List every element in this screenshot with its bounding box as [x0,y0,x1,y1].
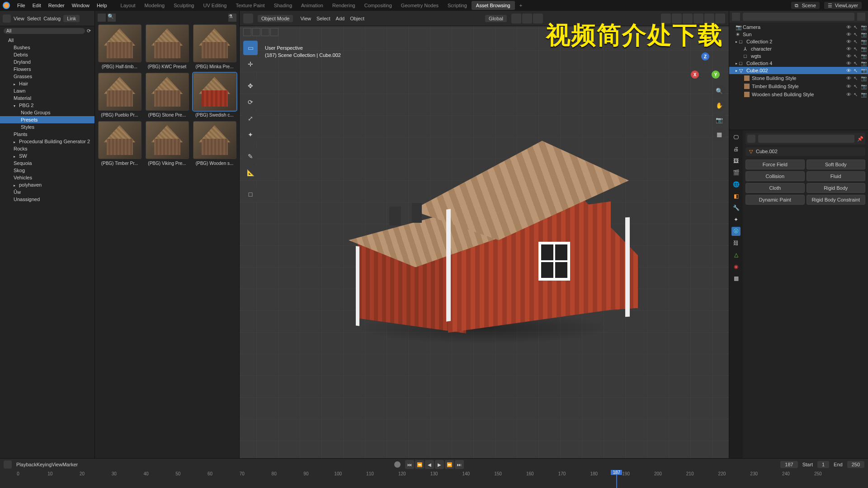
catalog-unassigned[interactable]: Unassigned [0,196,94,203]
timeline-menu-marker[interactable]: Marker [62,462,78,467]
display-mode-icon[interactable] [98,14,106,22]
eye-toggle-icon[interactable]: 👁 [846,61,852,66]
catalog-presets[interactable]: Presets [0,116,94,123]
add-cube-tool[interactable]: □ [243,187,258,202]
catalog-node-groups[interactable]: Node Groups [0,109,94,116]
cursor-toggle-icon[interactable]: ↖ [854,84,859,89]
outliner-character[interactable]: ⅄character👁↖📷 [729,45,868,52]
tab-output[interactable]: 🖨 [731,145,741,154]
eye-toggle-icon[interactable]: 👁 [846,46,852,52]
asset-catalog-menu[interactable]: Catalog [43,16,61,21]
catalog-hair[interactable]: Hair [0,80,94,87]
search-icon[interactable]: 🔍 [108,14,116,22]
play-reverse-button[interactable]: ◀ [425,460,434,469]
tab-world[interactable]: 🌐 [731,180,741,189]
outliner-cube-002[interactable]: ▸▽Cube.002👁↖📷 [729,67,868,74]
menu-edit[interactable]: Edit [29,1,45,9]
eye-toggle-icon[interactable]: 👁 [846,92,852,97]
jump-end-button[interactable]: ⏭ [455,460,464,469]
select-mode-edge[interactable] [252,28,260,36]
editor-type-icon[interactable] [3,14,11,23]
keyframe-prev-button[interactable]: ⏪ [415,460,424,469]
properties-editor-icon[interactable] [747,135,755,143]
catalog-material[interactable]: Material [0,94,94,102]
menu-help[interactable]: Help [93,1,111,9]
scene-selector[interactable]: ⧉ Scene [791,2,820,9]
asset-refresh-icon[interactable]: ⟳ [87,28,91,34]
cursor-toggle-icon[interactable]: ↖ [854,46,859,52]
physics-collision-button[interactable]: Collision [745,171,805,181]
catalog-polyhaven[interactable]: polyhaven [0,181,94,188]
render-toggle-icon[interactable]: 📷 [861,53,866,59]
chevron-icon[interactable]: ▸ [736,40,737,44]
tab-scene[interactable]: 🎬 [731,168,741,177]
cursor-toggle-icon[interactable]: ↖ [854,61,859,66]
workspace-layout[interactable]: Layout [116,1,140,10]
tab-constraints[interactable]: ⛓ [731,239,741,248]
asset--pbg-timber-pr-[interactable]: (PBG) Timber Pr... [98,121,142,166]
render-toggle-icon[interactable]: 📷 [861,75,866,81]
asset--pbg-stone-pre-[interactable]: (PBG) Stone Pre... [145,73,189,117]
tab-render[interactable]: 🖵 [731,133,741,142]
snap-icon[interactable] [511,14,521,23]
auto-keying-icon[interactable] [394,461,401,468]
catalog-lawn[interactable]: Lawn [0,87,94,94]
timeline-playhead[interactable]: 187 [616,470,617,488]
move-tool[interactable]: ✥ [243,79,258,93]
asset-select-menu[interactable]: Select [27,16,41,21]
render-toggle-icon[interactable]: 📷 [861,24,866,30]
select-mode-vertex[interactable] [243,28,251,36]
workspace-animation[interactable]: Animation [297,1,328,10]
asset-view-menu[interactable]: View [14,16,24,21]
select-mode-extra[interactable] [270,28,278,36]
workspace-shading[interactable]: Shading [269,1,297,10]
measure-tool[interactable]: 📐 [243,165,258,180]
orientation-dropdown[interactable]: Global [485,15,507,22]
cursor-toggle-icon[interactable]: ↖ [854,39,859,44]
3d-viewport[interactable]: Object Mode ViewSelectAddObject Global [240,11,729,458]
menu-file[interactable]: File [14,1,29,9]
outliner-search[interactable] [743,13,854,21]
catalog-rocks[interactable]: Rocks [0,145,94,152]
workspace-compositing[interactable]: Compositing [360,1,396,10]
properties-pin-icon[interactable]: 📌 [857,136,863,142]
eye-toggle-icon[interactable]: 👁 [846,39,852,44]
outliner-stone-building-style[interactable]: Stone Building Style👁↖📷 [729,74,868,82]
catalog-ûw[interactable]: Ûw [0,188,94,196]
cursor-toggle-icon[interactable]: ↖ [854,75,859,81]
physics-cloth-button[interactable]: Cloth [745,183,805,193]
outliner-editor-icon[interactable] [732,13,740,21]
physics-soft-body-button[interactable]: Soft Body [807,160,866,169]
cursor-tool[interactable]: ✛ [243,57,258,71]
outliner-camera[interactable]: 📷Camera👁↖📷 [729,23,868,31]
eye-toggle-icon[interactable]: 👁 [846,68,852,73]
timeline-ruler[interactable]: 0102030405060708090100110120130140150160… [0,470,868,488]
chevron-icon[interactable] [14,139,17,144]
chevron-icon[interactable] [14,81,17,86]
timeline-editor-icon[interactable] [4,460,12,469]
render-toggle-icon[interactable]: 📷 [861,39,866,44]
outliner-filter-icon[interactable] [857,13,865,21]
chevron-icon[interactable]: ▸ [736,61,737,66]
workspace-sculpting[interactable]: Sculpting [169,1,198,10]
catalog-plants[interactable]: Plants [0,131,94,138]
asset--pbg-minka-pre-[interactable]: (PBG) Minka Pre... [193,24,236,69]
viewport-menu-object[interactable]: Object [347,15,367,22]
select-mode-face[interactable] [261,28,269,36]
tab-modifiers[interactable]: 🔧 [731,203,741,212]
workspace-asset-browsing[interactable]: Asset Browsing [472,1,515,10]
workspace-geometry-nodes[interactable]: Geometry Nodes [396,1,443,10]
pivot-icon[interactable] [533,14,543,23]
viewlayer-selector[interactable]: ☰ ViewLayer [824,2,862,9]
tab-object[interactable]: ◧ [731,192,741,201]
workspace-add-button[interactable]: + [515,1,527,10]
physics-rigid-body-constraint-button[interactable]: Rigid Body Constraint [807,195,866,205]
workspace-uv-editing[interactable]: UV Editing [198,1,231,10]
cursor-toggle-icon[interactable]: ↖ [854,68,859,73]
pan-icon[interactable]: ✋ [713,99,725,111]
chevron-icon[interactable] [14,182,17,188]
catalog-skog[interactable]: Skog [0,167,94,174]
render-toggle-icon[interactable]: 📷 [861,32,866,37]
asset--pbg-wooden-s-[interactable]: (PBG) Wooden s... [193,121,236,166]
navigation-gizmo[interactable]: Z X Y [691,52,720,81]
